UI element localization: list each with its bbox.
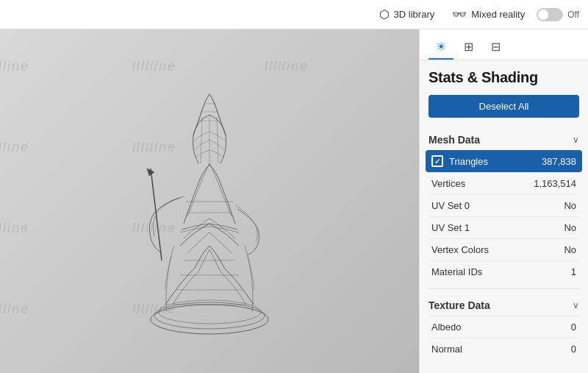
vertex-colors-row[interactable]: Vertex Colors No [429, 238, 579, 260]
triangles-left: ✓ Triangles [431, 155, 488, 167]
mesh-data-label: Mesh Data [429, 134, 480, 146]
deselect-all-button[interactable]: Deselect All [429, 95, 579, 118]
section-divider [429, 288, 579, 289]
cube-icon: ⬡ [379, 7, 390, 21]
toggle-track[interactable] [537, 8, 563, 21]
uv-set-1-row[interactable]: UV Set 1 No [429, 216, 579, 238]
library-label: 3D library [394, 9, 435, 20]
topbar: ⬡ 3D library 👓 Mixed reality Off [0, 0, 588, 29]
mosaic-icon: ⊟ [491, 40, 501, 54]
3d-library-button[interactable]: ⬡ 3D library [373, 4, 441, 24]
model-container [0, 29, 419, 373]
svg-point-0 [151, 305, 268, 334]
vertex-colors-label: Vertex Colors [431, 244, 489, 255]
albedo-row[interactable]: Albedo 0 [429, 316, 579, 338]
uv-set-0-row[interactable]: UV Set 0 No [429, 194, 579, 216]
texture-data-chevron: ∨ [573, 300, 579, 310]
panel-tabs: ☀ ⊞ ⊟ [420, 29, 588, 60]
vertices-label: Vertices [431, 178, 465, 189]
mixed-reality-label: Mixed reality [471, 9, 525, 20]
panel-content: Stats & Shading Deselect All Mesh Data ∨… [420, 60, 588, 373]
sun-icon: ☀ [436, 40, 446, 54]
toggle-switch[interactable]: Off [537, 8, 579, 21]
texture-data-section: Texture Data ∨ Albedo 0 Normal 0 [429, 295, 579, 360]
material-ids-value: 1 [571, 266, 576, 277]
svg-point-1 [154, 302, 265, 329]
model-svg [107, 54, 312, 349]
texture-data-label: Texture Data [429, 299, 490, 311]
normal-label: Normal [431, 344, 462, 355]
check-icon: ✓ [434, 157, 440, 166]
toggle-thumb [538, 10, 548, 20]
toggle-label: Off [567, 10, 579, 20]
normal-value: 0 [571, 344, 576, 355]
mixed-reality-icon: 👓 [452, 7, 467, 21]
material-ids-label: Material IDs [431, 266, 482, 277]
triangles-checkbox[interactable]: ✓ [431, 155, 443, 167]
mixed-reality-button[interactable]: 👓 Mixed reality [446, 4, 531, 24]
grid-icon: ⊞ [464, 40, 473, 54]
mesh-data-header[interactable]: Mesh Data ∨ [429, 129, 579, 150]
mesh-data-chevron: ∨ [573, 135, 579, 145]
texture-data-header[interactable]: Texture Data ∨ [429, 295, 579, 316]
uv-set-0-label: UV Set 0 [431, 200, 470, 211]
tab-mosaic[interactable]: ⊟ [484, 35, 508, 60]
uv-set-0-value: No [564, 200, 576, 211]
vertices-row[interactable]: Vertices 1,163,514 [429, 172, 579, 194]
uv-set-1-label: UV Set 1 [431, 222, 470, 233]
tab-sun[interactable]: ☀ [429, 35, 453, 60]
vertices-value: 1,163,514 [534, 178, 576, 189]
tab-grid[interactable]: ⊞ [456, 35, 481, 60]
uv-set-1-value: No [564, 222, 576, 233]
topbar-items: ⬡ 3D library 👓 Mixed reality Off [373, 4, 579, 24]
viewport[interactable]: llllline llllline llllline llllline llll… [0, 29, 419, 373]
triangles-label: Triangles [449, 156, 488, 167]
vertex-colors-value: No [564, 244, 576, 255]
material-ids-row[interactable]: Material IDs 1 [429, 260, 579, 283]
albedo-value: 0 [571, 322, 576, 333]
albedo-label: Albedo [431, 322, 461, 333]
panel-title: Stats & Shading [429, 69, 579, 86]
mesh-data-section: Mesh Data ∨ ✓ Triangles 387,838 Vertices [429, 129, 579, 283]
normal-row[interactable]: Normal 0 [429, 338, 579, 360]
triangles-row[interactable]: ✓ Triangles 387,838 [426, 150, 582, 172]
right-panel: ☀ ⊞ ⊟ Stats & Shading Deselect All Mesh … [419, 29, 588, 373]
triangles-value: 387,838 [542, 156, 576, 167]
main-content: llllline llllline llllline llllline llll… [0, 29, 588, 373]
